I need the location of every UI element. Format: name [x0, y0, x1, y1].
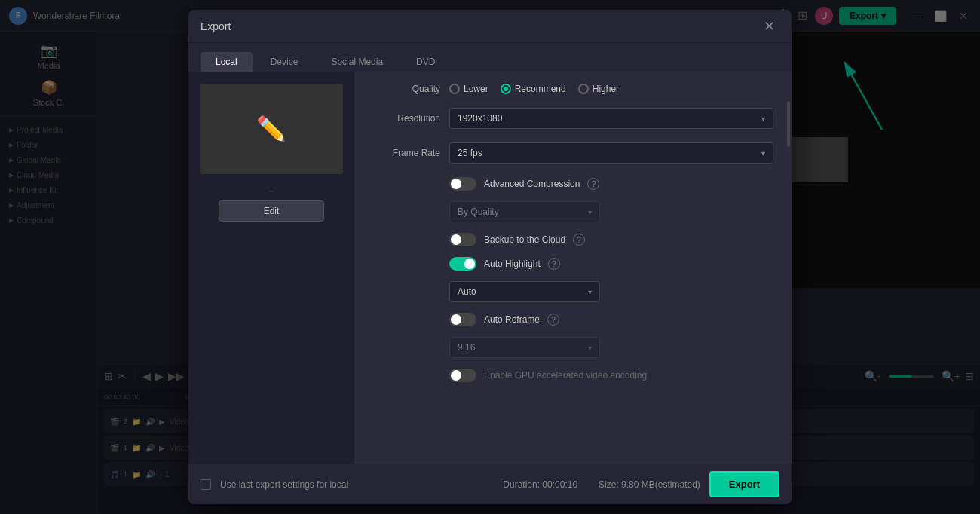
tab-dvd[interactable]: DVD [401, 52, 450, 72]
gpu-encoding-row: Enable GPU accelerated video encoding [372, 369, 773, 382]
tab-social-media[interactable]: Social Media [316, 52, 398, 72]
export-final-button[interactable]: Export [709, 471, 779, 497]
by-quality-dropdown[interactable]: By Quality ▾ [449, 201, 600, 222]
auto-reframe-toggle[interactable] [449, 313, 476, 326]
dialog-tabs: Local Device Social Media DVD [188, 43, 792, 72]
quality-recommend-label: Recommend [515, 84, 566, 94]
by-quality-sub-dropdown: By Quality ▾ [449, 201, 773, 222]
tab-device[interactable]: Device [256, 52, 314, 72]
frame-rate-label: Frame Rate [372, 148, 440, 158]
last-settings-label: Use last export settings for local [220, 479, 348, 490]
dialog-title: Export [201, 20, 231, 32]
auto-highlight-mode-dropdown-container: Auto ▾ [449, 281, 773, 302]
frame-rate-setting-row: Frame Rate 25 fps ▾ [372, 142, 773, 164]
thumbnail-icon: ✏️ [256, 115, 286, 143]
resolution-dropdown[interactable]: 1920x1080 ▾ [449, 108, 773, 129]
dialog-settings-panel: Quality Lower Recommend [354, 72, 792, 464]
auto-highlight-mode-value: Auto [458, 286, 476, 297]
resolution-label: Resolution [372, 113, 440, 124]
by-quality-value: By Quality [458, 207, 499, 217]
auto-reframe-label: Auto Reframe [484, 314, 540, 325]
advanced-compression-toggle[interactable] [449, 177, 476, 191]
backup-cloud-info[interactable]: ? [573, 234, 585, 246]
dialog-overlay: Export ✕ Local Device Social Media DVD ✏… [0, 0, 980, 514]
tab-local[interactable]: Local [201, 52, 253, 72]
quality-radio-group: Lower Recommend Higher [449, 84, 773, 94]
backup-cloud-row: Backup to the Cloud ? [372, 233, 773, 246]
quality-lower-radio[interactable] [449, 84, 460, 94]
auto-highlight-toggle[interactable] [449, 257, 476, 271]
thumbnail-label: — [268, 183, 275, 191]
auto-highlight-mode-chevron: ▾ [588, 288, 592, 296]
auto-reframe-ratio-container: 9:16 ▾ [449, 337, 773, 358]
backup-cloud-label: Backup to the Cloud [484, 234, 565, 245]
auto-highlight-row: Auto Highlight ? [372, 257, 773, 271]
app-background: F Wondershare Filmora 🔔 ⊞ U Export ▾ — ⬜… [0, 0, 980, 514]
duration-info: Duration: 00:00:10 [503, 479, 577, 490]
advanced-compression-row: Advanced Compression ? [372, 177, 773, 191]
export-dialog: Export ✕ Local Device Social Media DVD ✏… [188, 10, 792, 504]
dialog-titlebar: Export ✕ [188, 10, 792, 43]
quality-label: Quality [372, 84, 440, 94]
thumbnail-container: ✏️ [200, 84, 343, 174]
size-info: Size: 9.80 MB(estimated) [599, 479, 700, 490]
scroll-thumb[interactable] [787, 102, 790, 147]
resolution-setting-row: Resolution 1920x1080 ▾ [372, 108, 773, 129]
advanced-compression-info[interactable]: ? [587, 178, 599, 190]
quality-recommend-radio[interactable] [501, 84, 511, 94]
resolution-value: 1920x1080 [458, 113, 502, 124]
resolution-chevron: ▾ [761, 115, 765, 123]
auto-highlight-label: Auto Highlight [484, 259, 541, 269]
dialog-left-panel: ✏️ — Edit [188, 72, 354, 464]
auto-reframe-ratio-chevron: ▾ [588, 344, 592, 352]
dialog-close-button[interactable]: ✕ [759, 17, 779, 36]
quality-higher-radio[interactable] [578, 84, 589, 94]
quality-recommend[interactable]: Recommend [501, 84, 566, 94]
frame-rate-chevron: ▾ [761, 149, 765, 158]
by-quality-chevron: ▾ [588, 208, 592, 216]
dialog-body: ✏️ — Edit Quality Lower [188, 72, 792, 464]
auto-highlight-info[interactable]: ? [548, 258, 560, 270]
auto-reframe-info[interactable]: ? [547, 314, 559, 326]
quality-setting-row: Quality Lower Recommend [372, 84, 773, 94]
backup-cloud-toggle[interactable] [449, 233, 476, 246]
gpu-encoding-label: Enable GPU accelerated video encoding [484, 370, 647, 381]
frame-rate-dropdown[interactable]: 25 fps ▾ [449, 142, 773, 164]
dialog-footer: Use last export settings for local Durat… [188, 464, 792, 504]
auto-reframe-ratio-dropdown[interactable]: 9:16 ▾ [449, 337, 600, 358]
frame-rate-value: 25 fps [458, 148, 482, 158]
edit-button[interactable]: Edit [219, 200, 324, 222]
quality-higher-label: Higher [593, 84, 619, 94]
auto-highlight-mode-dropdown[interactable]: Auto ▾ [449, 281, 600, 302]
last-settings-checkbox[interactable] [201, 479, 211, 490]
quality-lower-label: Lower [464, 84, 488, 94]
quality-higher[interactable]: Higher [578, 84, 619, 94]
auto-reframe-row: Auto Reframe ? [372, 313, 773, 326]
advanced-compression-label: Advanced Compression [484, 179, 580, 189]
quality-lower[interactable]: Lower [449, 84, 488, 94]
auto-reframe-ratio-value: 9:16 [458, 342, 475, 353]
gpu-encoding-toggle[interactable] [449, 369, 476, 382]
